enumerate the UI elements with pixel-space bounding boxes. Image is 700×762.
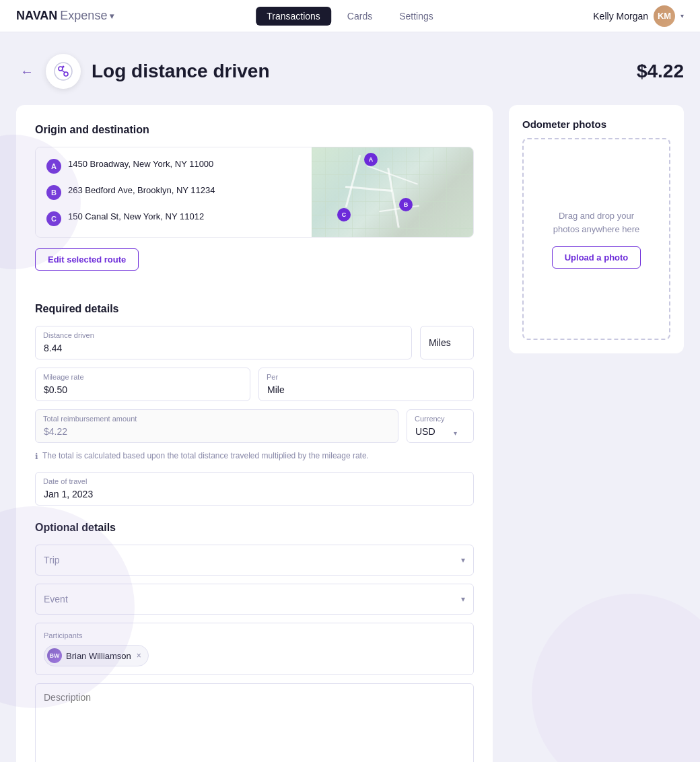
currency-select[interactable]: USD ▾ <box>407 409 474 443</box>
distance-input[interactable] <box>35 326 412 359</box>
event-dropdown[interactable]: Event ▾ <box>35 584 474 615</box>
page-icon <box>46 54 81 89</box>
map-pin-c: C <box>337 208 351 221</box>
content-row: Origin and destination A 1450 Broadway, … <box>16 105 684 762</box>
avatar-initials: KM <box>658 11 671 21</box>
currency-value: USD <box>415 426 435 437</box>
route-badge-c: C <box>46 211 61 226</box>
mileage-row: Mileage rate Per <box>35 368 474 401</box>
mileage-rate-input[interactable] <box>35 368 250 401</box>
photo-drop-zone[interactable]: Drag and drop your photos anywhere here … <box>522 138 670 340</box>
route-item-c: C 150 Canal St, New York, NY 11012 <box>46 211 301 226</box>
nav-item-settings[interactable]: Settings <box>388 7 444 26</box>
odometer-panel: Odometer photos Drag and drop your photo… <box>509 105 684 353</box>
map-visual: A B C <box>312 147 473 237</box>
per-field-group: Per <box>258 368 474 401</box>
page-amount: $4.22 <box>637 61 684 82</box>
participants-field: Participants BW Brian Williamson × <box>35 623 474 675</box>
mileage-rate-field-group: Mileage rate <box>35 368 250 401</box>
origin-destination-title: Origin and destination <box>35 124 474 136</box>
description-field <box>35 683 474 762</box>
map-pin-a: A <box>364 153 378 166</box>
date-field-group: Date of travel <box>35 472 474 506</box>
back-arrow-icon: ← <box>20 64 34 79</box>
user-name: Kelly Morgan <box>593 11 648 22</box>
route-badge-b: B <box>46 185 61 200</box>
route-address-c: 150 Canal St, New York, NY 11012 <box>68 211 204 223</box>
map-pin-b: B <box>399 198 413 211</box>
per-input[interactable] <box>258 368 474 401</box>
route-address-b: 263 Bedford Ave, Brooklyn, NY 11234 <box>68 184 215 197</box>
header: NAVAN Expense ▾ Transactions Cards Setti… <box>0 0 700 32</box>
page-title: Log distance driven <box>92 61 637 82</box>
optional-details-section: Optional details Trip ▾ Event ▾ Particip… <box>35 522 474 762</box>
currency-wrapper: Currency USD ▾ <box>407 409 474 443</box>
route-list: A 1450 Broadway, New York, NY 11000 B 26… <box>36 147 312 237</box>
required-details-section: Required details Distance driven Miles M… <box>35 303 474 506</box>
trip-placeholder: Trip <box>44 555 60 565</box>
user-menu-chevron-icon: ▾ <box>680 12 684 20</box>
back-button[interactable]: ← <box>16 61 38 82</box>
page-header: ← Log distance driven $4.22 <box>16 54 684 89</box>
distance-row: Distance driven Miles <box>35 326 474 359</box>
odometer-title: Odometer photos <box>522 118 670 130</box>
route-badge-a: A <box>46 159 61 174</box>
currency-chevron-icon: ▾ <box>454 429 457 437</box>
route-item-a: A 1450 Broadway, New York, NY 11000 <box>46 158 301 174</box>
trip-dropdown[interactable]: Trip ▾ <box>35 545 474 576</box>
currency-field-group: Currency USD ▾ <box>407 409 474 443</box>
participants-label: Participants <box>44 631 465 639</box>
origin-destination-section: Origin and destination A 1450 Broadway, … <box>35 124 474 287</box>
info-row: ℹ The total is calculated based upon the… <box>35 451 474 461</box>
user-menu[interactable]: Kelly Morgan KM ▾ <box>593 5 684 27</box>
info-text: The total is calculated based upon the t… <box>42 451 369 460</box>
participant-avatar: BW <box>47 648 62 663</box>
participant-name: Brian Williamson <box>66 651 131 661</box>
nav-item-cards[interactable]: Cards <box>337 7 383 26</box>
distance-field-group: Distance driven <box>35 326 412 359</box>
info-icon: ℹ <box>35 452 38 461</box>
upload-photo-button[interactable]: Upload a photo <box>552 246 641 269</box>
logo-navan: NAVAN <box>16 9 57 23</box>
map-container: A 1450 Broadway, New York, NY 11000 B 26… <box>35 147 474 238</box>
required-details-title: Required details <box>35 303 474 315</box>
avatar: KM <box>654 5 675 27</box>
date-input[interactable] <box>35 472 474 506</box>
svg-point-3 <box>63 66 65 68</box>
event-placeholder: Event <box>44 594 68 604</box>
logo-caret-icon[interactable]: ▾ <box>110 11 114 21</box>
participant-chip: BW Brian Williamson × <box>44 645 149 666</box>
total-field-group: Total reimbursement amount <box>35 409 398 443</box>
total-row: Total reimbursement amount Currency USD … <box>35 409 474 443</box>
logo: NAVAN Expense ▾ <box>16 9 114 23</box>
route-address-a: 1450 Broadway, New York, NY 11000 <box>68 158 213 170</box>
date-field-wrapper: Date of travel <box>35 472 474 506</box>
route-item-b: B 263 Bedford Ave, Brooklyn, NY 11234 <box>46 184 301 200</box>
description-input[interactable] <box>44 692 465 759</box>
event-chevron-icon: ▾ <box>461 594 465 604</box>
main-panel: Origin and destination A 1450 Broadway, … <box>16 105 493 762</box>
logo-expense: Expense <box>60 9 107 23</box>
main-nav: Transactions Cards Settings <box>256 7 444 26</box>
edit-route-button[interactable]: Edit selected route <box>35 248 139 271</box>
participant-remove-button[interactable]: × <box>137 651 141 660</box>
nav-item-transactions[interactable]: Transactions <box>256 7 331 26</box>
total-input <box>35 409 398 443</box>
route-icon <box>53 61 73 81</box>
trip-chevron-icon: ▾ <box>461 555 465 565</box>
drop-text: Drag and drop your photos anywhere here <box>553 209 640 236</box>
miles-badge: Miles <box>420 326 474 359</box>
main-content: ← Log distance driven $4.22 Origin and d… <box>0 32 700 762</box>
optional-details-title: Optional details <box>35 522 474 534</box>
participant-initials: BW <box>50 652 60 659</box>
